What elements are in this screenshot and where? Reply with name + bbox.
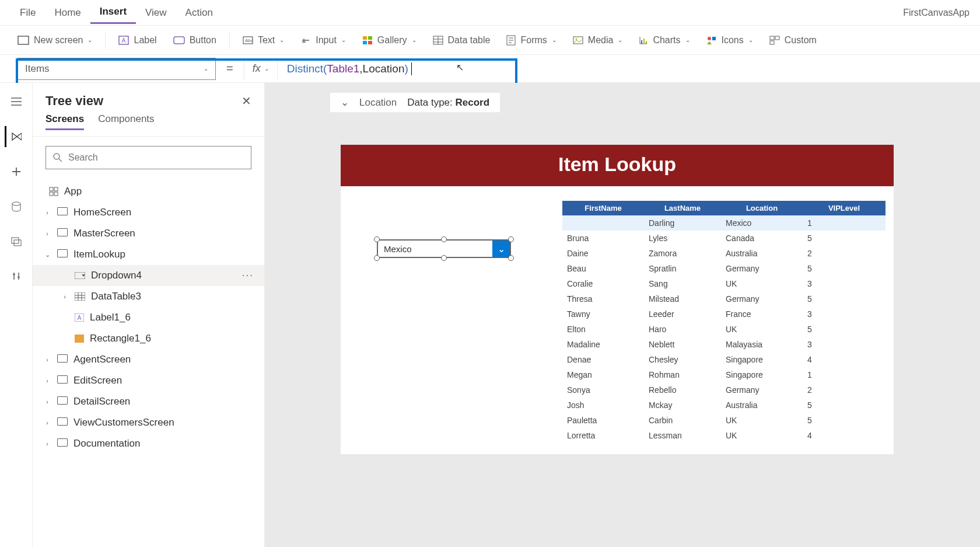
cell-firstname: Josh (562, 398, 644, 413)
chevron-icon[interactable]: › (43, 230, 51, 237)
tree-node-datatable3[interactable]: ›DataTable3 (33, 286, 264, 307)
table-row[interactable]: DaineZamoraAustralia2 (562, 246, 886, 261)
property-select[interactable]: Items ⌄ (18, 58, 216, 80)
tree-node-homescreen[interactable]: ›HomeScreen (33, 202, 264, 223)
table-row[interactable]: LorrettaLessmanUK4 (562, 428, 886, 443)
resize-handle[interactable] (374, 236, 380, 242)
tree-node-documentation[interactable]: ›Documentation (33, 433, 264, 454)
tree-search[interactable] (46, 146, 251, 169)
table-row[interactable]: PaulettaCarbinUK5 (562, 413, 886, 428)
table-row[interactable]: BrunaLylesCanada5 (562, 231, 886, 246)
data-table[interactable]: FirstName LastName Location VIPLevel Dar… (562, 201, 886, 443)
gallery-button[interactable]: Gallery ⌄ (355, 32, 424, 49)
insert-icon[interactable] (6, 161, 27, 182)
text-button[interactable]: Abc Text ⌄ (236, 32, 291, 49)
cell-firstname: Beau (562, 261, 644, 276)
menu-action[interactable]: Action (176, 2, 222, 23)
table-row[interactable]: MadalineNeblettMalayasia3 (562, 337, 886, 352)
cell-location: UK (721, 428, 803, 443)
chevron-icon[interactable]: › (43, 440, 51, 447)
formula-input[interactable]: Distinct(Table1, Location) (278, 62, 980, 75)
chevron-icon[interactable]: › (61, 293, 69, 300)
chevron-down-icon[interactable]: ⌄ (492, 241, 510, 257)
chevron-icon[interactable]: › (43, 398, 51, 405)
col-firstname[interactable]: FirstName (562, 201, 644, 215)
cell-location: Germany (721, 261, 803, 276)
media-icon[interactable] (6, 231, 27, 252)
svg-point-12 (575, 38, 577, 40)
table-row[interactable]: MeganRohmanSingapore1 (562, 367, 886, 382)
chevron-icon[interactable]: › (43, 377, 51, 384)
tree-node-masterscreen[interactable]: ›MasterScreen (33, 223, 264, 244)
menu-insert[interactable]: Insert (90, 1, 136, 24)
search-input[interactable] (68, 152, 244, 163)
tree-node-rectangle1_6[interactable]: Rectangle1_6 (33, 328, 264, 349)
fx-button[interactable]: fx⌄ (244, 58, 278, 80)
close-icon[interactable]: ✕ (242, 94, 251, 108)
chevron-down-icon[interactable]: ⌄ (341, 96, 349, 109)
property-value: Items (25, 63, 50, 75)
more-icon[interactable]: ··· (242, 270, 254, 281)
resize-handle[interactable] (508, 236, 514, 242)
input-button[interactable]: Input ⌄ (293, 32, 353, 49)
table-row[interactable]: SonyaRebelloGermany2 (562, 382, 886, 398)
resize-handle[interactable] (374, 255, 380, 261)
tree-node-label1_6[interactable]: Label1_6 (33, 307, 264, 328)
icons-button[interactable]: Icons ⌄ (699, 32, 760, 49)
new-screen-button[interactable]: New screen ⌄ (10, 32, 99, 49)
charts-button[interactable]: Charts ⌄ (632, 32, 696, 49)
dropdown-control[interactable]: Mexico ⌄ (377, 239, 511, 258)
datatable-button[interactable]: Data table (426, 32, 498, 49)
tools-icon[interactable] (6, 266, 27, 287)
media-button[interactable]: Media ⌄ (566, 32, 630, 49)
canvas[interactable]: Item Lookup Mexico ⌄ FirstName LastName … (341, 145, 894, 454)
rect-icon (75, 335, 84, 343)
tree-node-dropdown4[interactable]: Dropdown4··· (33, 265, 264, 286)
menu-view[interactable]: View (136, 2, 176, 23)
chevron-icon[interactable]: › (43, 419, 51, 426)
resize-handle[interactable] (441, 236, 447, 242)
tree-node-viewcustomersscreen[interactable]: ›ViewCustomersScreen (33, 412, 264, 433)
svg-point-24 (54, 154, 60, 159)
canvas-area: Item Lookup Mexico ⌄ FirstName LastName … (265, 83, 980, 547)
custom-button[interactable]: Custom (762, 32, 824, 49)
table-icon (75, 292, 85, 301)
label-button[interactable]: Label (111, 32, 163, 49)
table-row[interactable]: TawnyLeederFrance3 (562, 306, 886, 322)
search-icon (53, 153, 62, 162)
tree-node-agentscreen[interactable]: ›AgentScreen (33, 349, 264, 370)
screen-icon (57, 375, 68, 386)
chevron-icon[interactable]: › (43, 356, 51, 363)
tree-node-editscreen[interactable]: ›EditScreen (33, 370, 264, 391)
tree-node-itemlookup[interactable]: ⌄ItemLookup (33, 244, 264, 265)
table-row[interactable]: DarlingMexico1 (562, 215, 886, 231)
svg-rect-2 (174, 37, 184, 44)
cell-firstname: Sonya (562, 382, 644, 398)
table-row[interactable]: CoralieSangUK3 (562, 276, 886, 291)
col-lastname[interactable]: LastName (644, 201, 721, 215)
col-viplevel[interactable]: VIPLevel (803, 201, 886, 215)
tab-components[interactable]: Components (98, 113, 154, 130)
data-icon[interactable] (6, 196, 27, 217)
table-row[interactable]: JoshMckayAustralia5 (562, 398, 886, 413)
menu-home[interactable]: Home (45, 2, 90, 23)
table-row[interactable]: DenaeChesleySingapore4 (562, 352, 886, 367)
table-row[interactable]: ThresaMilsteadGermany5 (562, 291, 886, 306)
col-location[interactable]: Location (721, 201, 803, 215)
resize-handle[interactable] (508, 255, 514, 261)
table-row[interactable]: EltonHaroUK5 (562, 322, 886, 337)
chevron-icon[interactable]: › (43, 209, 51, 216)
forms-button[interactable]: Forms ⌄ (499, 32, 563, 49)
menu-file[interactable]: File (10, 2, 45, 23)
chevron-icon[interactable]: ⌄ (43, 251, 51, 259)
separator (105, 32, 106, 49)
tab-screens[interactable]: Screens (46, 113, 84, 130)
button-button[interactable]: Button (166, 32, 223, 49)
tree-node-detailscreen[interactable]: ›DetailScreen (33, 391, 264, 412)
label-icon (75, 313, 84, 322)
table-row[interactable]: BeauSpratlinGermany5 (562, 261, 886, 276)
tree-app[interactable]: App (33, 181, 264, 202)
hamburger-icon[interactable] (6, 91, 27, 112)
tree-view-icon[interactable] (5, 126, 26, 147)
resize-handle[interactable] (441, 255, 447, 261)
